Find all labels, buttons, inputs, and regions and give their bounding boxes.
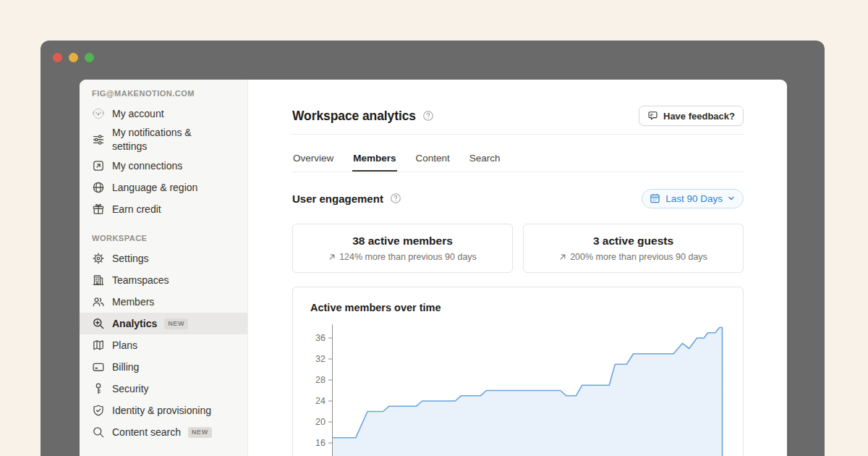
window-minimize-button[interactable] [69,53,78,62]
help-icon[interactable] [390,193,401,204]
workspace-nav: SettingsTeamspacesMembersAnalyticsNEWPla… [80,248,247,443]
sidebar-item-label: Security [112,382,149,396]
workspace-section-header: WORKSPACE [80,233,247,248]
sidebar-item-settings[interactable]: Settings [80,248,247,269]
stat-card-3-active-guests: 3 active guests200% more than previous 9… [523,224,744,273]
stat-value: 38 active members [352,235,453,248]
sidebar-item-label: Billing [112,360,139,374]
sidebar-item-analytics[interactable]: AnalyticsNEW [80,313,247,334]
macos-window-frame: FIG@MAKENOTION.COM My accountMy notifica… [41,41,825,456]
page-title: Workspace analytics [292,109,416,124]
globe-icon [92,181,105,194]
svg-text:24: 24 [315,396,326,406]
svg-text:16: 16 [315,438,326,448]
sidebar-item-label: Content search [112,426,181,439]
settings-sidebar: FIG@MAKENOTION.COM My accountMy notifica… [80,80,248,456]
sidebar-item-teamspaces[interactable]: Teamspaces [80,269,247,291]
sidebar-item-plans[interactable]: Plans [80,334,247,356]
svg-text:28: 28 [315,375,326,385]
engagement-stat-cards: 38 active members124% more than previous… [292,224,744,273]
header-divider [292,134,744,135]
help-icon[interactable] [422,110,434,122]
notion-settings-window: FIG@MAKENOTION.COM My accountMy notifica… [80,80,787,456]
credit-card-icon [92,360,105,373]
people-icon [92,295,105,308]
chart-title: Active members over time [310,302,441,313]
tab-members[interactable]: Members [352,145,396,172]
sidebar-item-label: My notifications & settings [112,126,228,153]
page-header: Workspace analytics Have feedback? [292,106,744,126]
tab-overview[interactable]: Overview [292,145,334,172]
active-members-chart: 162024283236 [302,313,736,456]
sidebar-item-identity-provisioning[interactable]: Identity & provisioning [80,400,247,421]
new-badge: NEW [164,318,188,329]
koala-avatar-icon [92,107,105,120]
sidebar-item-my-account[interactable]: My account [80,103,247,124]
sidebar-item-billing[interactable]: Billing [80,356,247,378]
stat-value: 3 active guests [593,235,673,248]
account-nav: My accountMy notifications & settingsMy … [80,103,247,220]
speech-bubble-icon [647,111,658,122]
sidebar-item-label: My connections [112,159,182,173]
sidebar-item-my-notifications-settings[interactable]: My notifications & settings [80,124,247,155]
date-range-label: Last 90 Days [665,193,723,204]
stat-delta: 200% more than previous 90 days [559,252,707,262]
arrow-up-right-icon [559,253,566,261]
sidebar-item-content-search[interactable]: Content searchNEW [80,421,247,443]
window-close-button[interactable] [53,53,62,62]
tab-search[interactable]: Search [469,145,501,172]
magnifier-icon [92,426,105,439]
sidebar-item-label: Earn credit [112,203,161,216]
date-range-button[interactable]: Last 90 Days [642,189,744,208]
arrow-up-right-box-icon [92,159,105,172]
magnifier-plus-icon [92,317,105,330]
chevron-down-icon [728,195,735,202]
analytics-main: Workspace analytics Have feedback? Overv… [248,80,787,456]
map-icon [92,339,105,352]
stat-delta: 124% more than previous 90 days [328,252,477,262]
sidebar-item-language-region[interactable]: Language & region [80,177,247,198]
account-email-header: FIG@MAKENOTION.COM [80,88,247,103]
sidebar-item-earn-credit[interactable]: Earn credit [80,198,247,220]
have-feedback-label: Have feedback? [663,111,735,122]
sidebar-item-security[interactable]: Security [80,378,247,400]
have-feedback-button[interactable]: Have feedback? [639,106,744,126]
shield-check-icon [92,404,105,417]
stat-delta-text: 124% more than previous 90 days [339,252,477,262]
svg-text:32: 32 [315,354,326,364]
new-badge: NEW [188,427,212,438]
gift-icon [92,203,105,216]
window-controls [53,53,94,62]
sidebar-item-label: Language & region [112,181,197,195]
sidebar-item-label: Teamspaces [112,274,169,287]
building-icon [92,274,105,287]
tab-content[interactable]: Content [415,145,451,172]
sidebar-item-my-connections[interactable]: My connections [80,155,247,177]
window-zoom-button[interactable] [85,53,94,62]
gear-icon [92,252,105,265]
calendar-icon [650,193,660,204]
sidebar-item-label: My account [112,107,164,121]
chart-card: Active members over time 162024283236 [292,287,744,456]
sidebar-item-label: Identity & provisioning [112,404,211,418]
svg-text:20: 20 [315,417,326,427]
sidebar-item-label: Settings [112,252,149,266]
sidebar-item-label: Plans [112,339,137,352]
sidebar-item-members[interactable]: Members [80,291,247,313]
arrow-up-right-icon [328,253,336,261]
key-icon [92,382,105,395]
sidebar-item-label: Analytics [112,317,157,331]
section-title: User engagement [292,193,383,205]
analytics-tabs: OverviewMembersContentSearch [292,145,744,172]
sidebar-item-label: Members [112,295,154,309]
svg-text:36: 36 [315,333,326,343]
stat-card-38-active-members: 38 active members124% more than previous… [292,224,513,273]
sliders-icon [92,133,105,146]
stat-delta-text: 200% more than previous 90 days [570,252,707,262]
user-engagement-header: User engagement Last 90 Days [292,188,744,208]
